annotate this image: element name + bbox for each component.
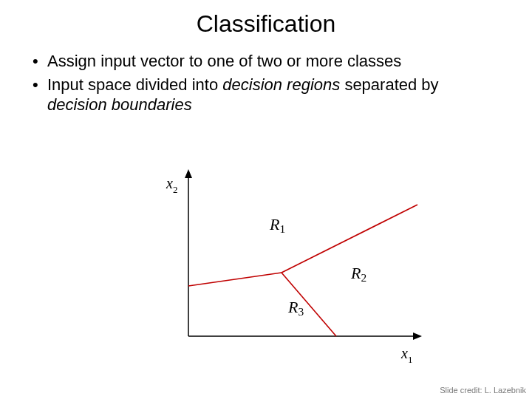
bullet-list: Assign input vector to one of two or mor… [0, 51, 532, 115]
x-axis-label-x: x [400, 345, 408, 361]
region-2-label: R2 [350, 264, 366, 284]
x-axis-label: x1 [400, 345, 412, 365]
slide: Classification Assign input vector to on… [0, 0, 532, 399]
region-3-n: 3 [298, 305, 304, 318]
region-3-R: R [287, 298, 299, 316]
region-1-label: R1 [269, 215, 285, 235]
region-1-n: 1 [279, 222, 285, 235]
bullet-1-text: Assign input vector to one of two or mor… [47, 52, 401, 70]
x-axis-label-sub: 1 [408, 354, 413, 365]
bullet-2: Input space divided into decision region… [30, 75, 502, 115]
region-1-R: R [269, 215, 280, 233]
decision-boundary-1 [188, 273, 282, 286]
y-axis-arrow-icon [185, 169, 192, 178]
y-axis-label-sub: 2 [173, 184, 178, 195]
bullet-2-text-a: Input space divided into [47, 75, 222, 94]
region-2-R: R [350, 264, 361, 282]
bullet-2-italic-1: decision regions [222, 75, 340, 94]
bullet-2-italic-2: decision boundaries [47, 95, 192, 114]
region-2-n: 2 [361, 271, 366, 284]
y-axis-label: x2 [166, 175, 177, 195]
bullet-2-text-b: separated by [340, 75, 438, 94]
x-axis-arrow-icon [413, 332, 422, 340]
decision-boundary-3 [282, 205, 417, 273]
decision-region-figure: x2 x1 R1 R2 R3 [144, 159, 440, 373]
y-axis-label-x: x [166, 175, 173, 191]
region-3-label: R3 [287, 298, 304, 318]
bullet-1: Assign input vector to one of two or mor… [30, 51, 502, 72]
slide-credit: Slide credit: L. Lazebnik [440, 386, 526, 395]
figure-svg: x2 x1 R1 R2 R3 [144, 159, 440, 373]
page-title: Classification [0, 0, 532, 38]
